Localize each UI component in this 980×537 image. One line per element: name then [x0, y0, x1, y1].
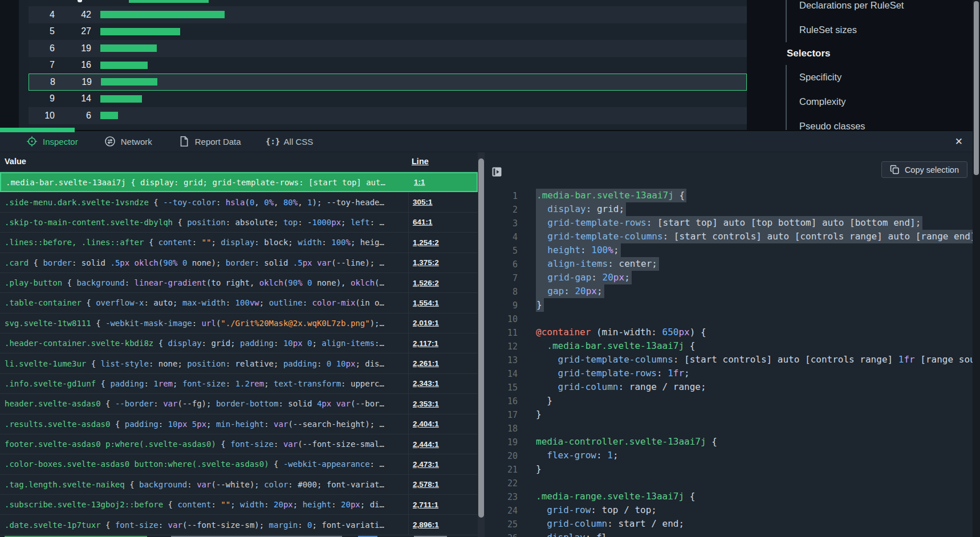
table-row[interactable]: .skip-to-main-content.svelte-dbylqh { po…: [0, 213, 478, 233]
line-link[interactable]: 2,343:1: [408, 374, 478, 393]
line-link[interactable]: 1:1: [409, 173, 477, 191]
chart-row[interactable]: 106: [29, 107, 747, 124]
table-row[interactable]: .side-menu.dark.svelte-1vsndze { --toy-c…: [0, 192, 478, 212]
row-value: 42: [55, 10, 91, 20]
line-link[interactable]: 305:1: [408, 192, 478, 211]
table-row[interactable]: .info.svelte-gd1unf { padding: 1rem; fon…: [0, 374, 478, 394]
crosshair-icon: [26, 136, 38, 147]
tab-all-css[interactable]: {:}All CSS: [267, 136, 314, 147]
line-link[interactable]: 2,444:1: [408, 434, 478, 454]
row-bar: [101, 78, 157, 86]
line-text: }: [536, 395, 552, 406]
line-link[interactable]: 2,404:1: [408, 414, 478, 434]
close-icon[interactable]: ✕: [955, 136, 963, 148]
line-link[interactable]: 2,353:1: [408, 394, 478, 413]
table-row[interactable]: .lines::before, .lines::after { content:…: [0, 233, 478, 253]
chart-row[interactable]: 442: [29, 6, 747, 23]
sidebar-item-ruleset-sizes[interactable]: RuleSet sizes: [799, 18, 973, 42]
network-icon: [104, 136, 116, 147]
line-link[interactable]: 1,375:2: [408, 253, 478, 272]
column-header-value: Value: [5, 157, 26, 166]
table-row[interactable]: header.svelte-asdas0 { --border: var(--f…: [0, 394, 478, 414]
line-link[interactable]: 2,019:1: [408, 314, 478, 333]
page-scrollbar-thumb[interactable]: [974, 1, 979, 175]
page-scrollbar[interactable]: [973, 0, 980, 537]
line-link[interactable]: 1,254:2: [408, 233, 478, 252]
table-row[interactable]: .date.svelte-1p7tuxr { font-size: var(--…: [0, 515, 478, 535]
tab-label: Network: [121, 137, 152, 147]
row-value: 16: [55, 60, 91, 70]
table-row[interactable]: .card { border: solid .5px oklch(90% 0 n…: [0, 253, 478, 273]
panel-toggle-icon[interactable]: [492, 167, 502, 177]
table-row[interactable]: .header-container.svelte-kbdi8z { displa…: [0, 333, 478, 353]
table-header-row: Value Line: [0, 152, 478, 172]
bar-chart: 442527619716819914106: [29, 0, 747, 130]
line-number: 24: [485, 506, 518, 516]
row-label: 4: [29, 10, 55, 20]
line-number: 11: [485, 328, 518, 338]
line-link[interactable]: 2,473:1: [408, 454, 478, 474]
table-row[interactable]: .tag.length.svelte-naikeq { background: …: [0, 475, 478, 495]
table-row[interactable]: .subscribe.svelte-13gboj2::before { cont…: [0, 495, 478, 515]
rule-value: .card { border: solid .5px oklch(90% 0 n…: [0, 258, 408, 267]
line-link[interactable]: 2,711:1: [408, 495, 478, 514]
line-link[interactable]: 2,896:1: [408, 515, 478, 534]
chart-rows: 442527619716819914106: [29, 6, 747, 124]
tab-network[interactable]: Network: [104, 136, 152, 147]
chart-row[interactable]: 527: [29, 23, 747, 40]
sidebar-item-declarations-per-ruleset[interactable]: Declarations per RuleSet: [799, 0, 973, 18]
line-number: 23: [485, 492, 518, 502]
line-text: }: [536, 463, 542, 474]
line-text: grid-row: top / top;: [536, 505, 657, 515]
copy-selection-button[interactable]: Copy selection: [881, 161, 967, 178]
line-text: display: fl: [536, 532, 607, 537]
table-row[interactable]: footer.svelte-asdas0 p:where(.svelte-asd…: [0, 434, 478, 454]
line-link[interactable]: 1,526:2: [408, 273, 478, 292]
inspector-panel: InspectorNetworkReport Data{:}All CSS ✕ …: [0, 130, 980, 537]
chart-row[interactable]: 819: [29, 74, 747, 91]
line-link[interactable]: 2,117:1: [408, 333, 478, 353]
table-scrollbar-thumb[interactable]: [478, 158, 484, 518]
chart-row[interactable]: 716: [29, 57, 747, 74]
line-text: grid-template-rows: 1fr;: [536, 368, 690, 379]
nav-sidebar: Declarations per RuleSetRuleSet sizes Se…: [751, 0, 973, 130]
table-row[interactable]: .table-container { overflow-x: auto; max…: [0, 293, 478, 313]
table-row[interactable]: .results.svelte-asdas0 { padding: 10px 5…: [0, 414, 478, 434]
braces-icon: {:}: [267, 136, 279, 147]
row-value: 19: [55, 77, 92, 87]
line-number: 10: [485, 314, 518, 324]
table-row[interactable]: .color-boxes.svelte-asdas0 button:where(…: [0, 454, 478, 474]
line-link[interactable]: 2,261:1: [408, 353, 478, 373]
line-number: 13: [485, 355, 518, 365]
inspector-table: Value Line .media-bar.svelte-13aai7j { d…: [0, 152, 478, 537]
line-link[interactable]: 641:1: [408, 213, 478, 232]
table-row[interactable]: .media-bar.svelte-13aai7j { display: gri…: [0, 172, 478, 192]
chart-row[interactable]: 619: [29, 40, 747, 57]
sidebar-item-complexity[interactable]: Complexity: [799, 90, 973, 114]
rule-value: svg.svelte-1tw8111 { -webkit-mask-image:…: [0, 319, 408, 328]
copy-icon: [890, 165, 900, 174]
line-number: 19: [485, 437, 518, 448]
table-row[interactable]: svg.svelte-1tw8111 { -webkit-mask-image:…: [0, 314, 478, 333]
line-number: 15: [485, 383, 518, 393]
line-text: }: [536, 299, 544, 310]
panel-tabbar: InspectorNetworkReport Data{:}All CSS: [0, 131, 980, 152]
chart-row[interactable]: 914: [29, 91, 747, 108]
line-text: grid-template-columns: [start controls] …: [536, 231, 980, 242]
sidebar-item-specificity[interactable]: Specificity: [799, 65, 973, 90]
table-row[interactable]: li.svelte-1ume3ur { list-style: none; po…: [0, 353, 478, 373]
tab-inspector[interactable]: Inspector: [26, 136, 78, 147]
column-header-line[interactable]: Line: [412, 157, 429, 166]
line-number: 7: [485, 273, 518, 283]
line-link[interactable]: 2,578:1: [408, 475, 478, 494]
line-number: 4: [485, 232, 518, 242]
line-link[interactable]: 1,554:1: [408, 293, 478, 312]
line-number: 12: [485, 341, 518, 352]
table-scrollbar[interactable]: [478, 152, 485, 537]
table-row[interactable]: .play-button { background: linear-gradie…: [0, 273, 478, 293]
row-label: 9: [29, 93, 55, 104]
table-body: .media-bar.svelte-13aai7j { display: gri…: [0, 172, 478, 535]
rule-value: .play-button { background: linear-gradie…: [0, 278, 408, 287]
tab-report-data[interactable]: Report Data: [178, 136, 241, 147]
line-number: 6: [485, 259, 518, 270]
